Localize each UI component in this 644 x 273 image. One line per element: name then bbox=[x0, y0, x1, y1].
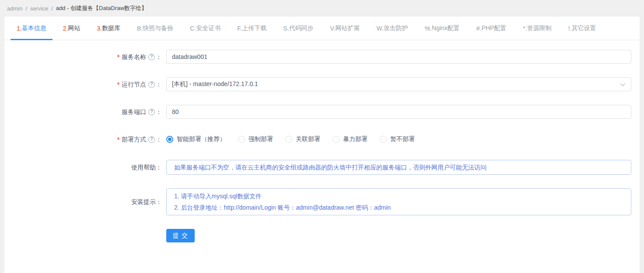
tab-prefix: !. bbox=[568, 25, 572, 32]
run-node-selected-value: [本机] - master-node/172.17.0.1 bbox=[172, 80, 258, 88]
tab-prefix: C. bbox=[190, 25, 196, 32]
deploy-mode-radio-4[interactable]: 暴力部署 bbox=[332, 135, 368, 143]
tab-2-2[interactable]: 2.网站 bbox=[56, 17, 88, 40]
tab-prefix: 2. bbox=[63, 25, 68, 32]
breadcrumb-separator: / bbox=[25, 5, 27, 12]
tab-label: PHP配置 bbox=[482, 24, 507, 32]
tab-prefix: S. bbox=[283, 25, 289, 32]
tab-%-10[interactable]: %.Nginx配置 bbox=[418, 17, 467, 40]
tab-S-7[interactable]: S.代码同步 bbox=[276, 17, 320, 40]
tab-prefix: #. bbox=[476, 25, 482, 32]
form-row-deploy-mode: * 部署方式 ? ： 智能部署（推荐）强制部署关联部署暴力部署暂不部署 bbox=[4, 132, 631, 146]
deploy-mode-radio-5[interactable]: 暂不部署 bbox=[380, 135, 415, 143]
radio-label: 暂不部署 bbox=[390, 135, 415, 143]
breadcrumb-separator: / bbox=[51, 5, 53, 12]
tab-C-5[interactable]: C.安全证书 bbox=[183, 17, 228, 40]
required-asterisk: * bbox=[117, 77, 120, 91]
chevron-down-icon bbox=[620, 81, 625, 86]
breadcrumb-item-service[interactable]: service bbox=[30, 5, 48, 12]
tab-1-1[interactable]: 1.基本信息 bbox=[10, 17, 53, 40]
tab-prefix: 1. bbox=[17, 25, 22, 32]
tab-*-12[interactable]: *.资源限制 bbox=[516, 17, 558, 40]
form-row-usage-help: 使用帮助 ： 如果服务端口不为空，请在云主机商的安全组或路由器的防火墙中打开相应… bbox=[4, 160, 631, 175]
tab-W-9[interactable]: W.攻击防护 bbox=[369, 17, 415, 40]
tab-label: 网站 bbox=[68, 24, 80, 32]
form-row-run-node: * 运行节点 ? ： [本机] - master-node/172.17.0.1 bbox=[4, 77, 631, 91]
usage-help-label: 使用帮助 ： bbox=[4, 160, 162, 175]
tab-prefix: W. bbox=[376, 25, 383, 32]
radio-unselected-icon[interactable] bbox=[380, 136, 387, 143]
deploy-mode-label: * 部署方式 ? ： bbox=[4, 132, 162, 146]
form-row-submit: 提 交 bbox=[4, 229, 631, 242]
tab-B-4[interactable]: B.快照与备份 bbox=[130, 17, 180, 40]
tab-label: 网站扩展 bbox=[335, 24, 360, 32]
service-port-input[interactable] bbox=[166, 105, 631, 119]
install-tip-line: 1. 请手动导入mysql.sql数据文件 bbox=[174, 190, 623, 202]
submit-button[interactable]: 提 交 bbox=[166, 229, 195, 242]
radio-label: 强制部署 bbox=[248, 135, 273, 143]
form-row-service-name: * 服务名称 ? ： bbox=[4, 50, 631, 64]
breadcrumb-current-page: add - 创建服务【DataDraw数字绘】 bbox=[56, 4, 147, 12]
radio-label: 暴力部署 bbox=[343, 135, 368, 143]
help-question-icon[interactable]: ? bbox=[148, 81, 155, 88]
run-node-label: * 运行节点 ? ： bbox=[4, 77, 162, 91]
required-asterisk: * bbox=[117, 132, 120, 146]
tab-#-11[interactable]: #.PHP配置 bbox=[469, 17, 513, 40]
tab-label: 其它设置 bbox=[571, 24, 596, 32]
deploy-mode-radio-2[interactable]: 强制部署 bbox=[238, 135, 273, 143]
content-card: 1.基本信息2.网站3.数据库B.快照与备份C.安全证书F.上传下载S.代码同步… bbox=[4, 17, 640, 273]
run-node-select[interactable]: [本机] - master-node/172.17.0.1 bbox=[166, 77, 631, 91]
breadcrumb: admin / service / add - 创建服务【DataDraw数字绘… bbox=[0, 0, 644, 17]
form-row-service-port: 服务端口 ? ： bbox=[4, 105, 631, 119]
required-asterisk: * bbox=[117, 50, 120, 64]
create-service-form: * 服务名称 ? ： * 运行节点 ? ： [本机] - master-node… bbox=[4, 40, 640, 242]
tab-prefix: F. bbox=[237, 25, 242, 32]
form-row-install-tips: 安装提示 ： 1. 请手动导入mysql.sql数据文件 2. 后台登录地址：h… bbox=[4, 188, 631, 215]
tab-3-3[interactable]: 3.数据库 bbox=[90, 17, 127, 40]
service-port-label: 服务端口 ? ： bbox=[4, 105, 162, 119]
help-question-icon[interactable]: ? bbox=[148, 136, 155, 143]
tab-prefix: 3. bbox=[97, 25, 102, 32]
tab-label: Nginx配置 bbox=[432, 24, 460, 32]
help-question-icon[interactable]: ? bbox=[148, 109, 155, 115]
radio-unselected-icon[interactable] bbox=[238, 136, 245, 143]
tab-prefix: %. bbox=[425, 25, 432, 32]
tab-prefix: *. bbox=[523, 25, 527, 32]
install-tips-text-box: 1. 请手动导入mysql.sql数据文件 2. 后台登录地址：http://d… bbox=[166, 188, 631, 215]
tab-prefix: V. bbox=[330, 25, 335, 32]
tab-label: 安全证书 bbox=[196, 24, 220, 32]
tab-label: 数据库 bbox=[102, 24, 120, 32]
tab-prefix: B. bbox=[137, 25, 143, 32]
radio-unselected-icon[interactable] bbox=[332, 136, 340, 143]
help-question-icon[interactable]: ? bbox=[148, 54, 155, 60]
install-tips-label: 安装提示 ： bbox=[4, 188, 162, 215]
tab-!-13[interactable]: !.其它设置 bbox=[561, 17, 603, 40]
tab-label: 资源限制 bbox=[527, 24, 552, 32]
deploy-mode-radio-1[interactable]: 智能部署（推荐） bbox=[166, 135, 226, 143]
radio-selected-icon[interactable] bbox=[166, 136, 173, 143]
radio-label: 关联部署 bbox=[296, 135, 320, 143]
radio-unselected-icon[interactable] bbox=[285, 136, 292, 143]
tab-label: 攻击防护 bbox=[384, 24, 408, 32]
breadcrumb-item-admin[interactable]: admin bbox=[7, 5, 22, 12]
tab-V-8[interactable]: V.网站扩展 bbox=[323, 17, 367, 40]
deploy-mode-radio-3[interactable]: 关联部署 bbox=[285, 135, 320, 143]
deploy-mode-radio-group: 智能部署（推荐）强制部署关联部署暴力部署暂不部署 bbox=[166, 132, 631, 146]
tab-label: 代码同步 bbox=[289, 24, 313, 32]
service-name-label: * 服务名称 ? ： bbox=[4, 50, 162, 64]
tab-F-6[interactable]: F.上传下载 bbox=[230, 17, 273, 40]
tab-label: 快照与备份 bbox=[143, 24, 173, 32]
tab-bar: 1.基本信息2.网站3.数据库B.快照与备份C.安全证书F.上传下载S.代码同步… bbox=[4, 17, 640, 40]
tab-label: 基本信息 bbox=[22, 24, 46, 32]
service-name-input[interactable] bbox=[166, 50, 631, 64]
radio-label: 智能部署（推荐） bbox=[177, 135, 226, 143]
install-tip-line: 2. 后台登录地址：http://domain/Login 账号：admin@d… bbox=[174, 202, 623, 213]
usage-help-text-box: 如果服务端口不为空，请在云主机商的安全组或路由器的防火墙中打开相应的服务端口，否… bbox=[166, 160, 631, 175]
tab-label: 上传下载 bbox=[242, 24, 266, 32]
